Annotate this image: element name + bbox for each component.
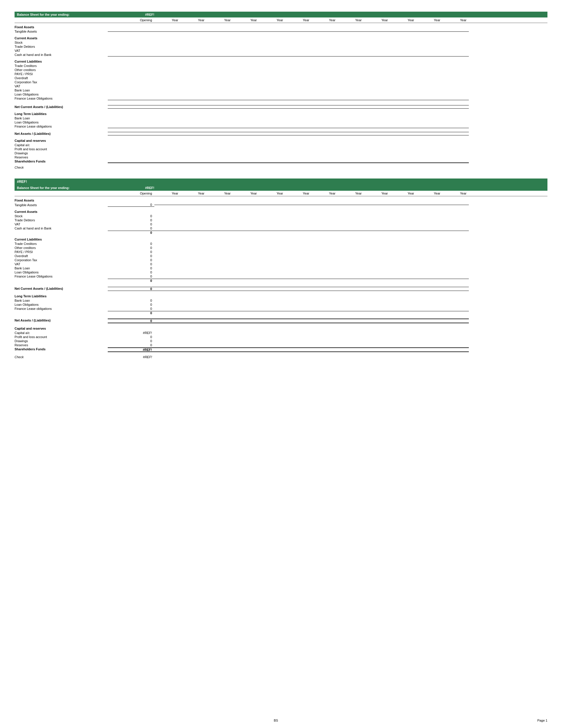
loan-obligations-row-cl: Loan Obligations (15, 92, 547, 96)
table2-header-label: Balance Sheet for the year ending: (17, 186, 110, 190)
col-header-year-6: Year (285, 18, 312, 22)
net-current-row: Net Current Assets / (Liabilities) (15, 105, 547, 109)
paye-row: PAYE / PRSI (15, 72, 547, 76)
drawings-row: Drawings (15, 151, 547, 155)
t2-drawings-row: Drawings 0 (15, 339, 547, 343)
col-header-year-8: Year (338, 18, 364, 22)
capital-ac-row: Capital a/c (15, 143, 547, 147)
t2-corp-tax-row: Corporation Tax 0 (15, 258, 547, 262)
fixed-assets-header: Fixed Assets (15, 25, 547, 29)
t2-other-creditors-row: Other creditors 0 (15, 246, 547, 250)
vat-row-cl: VAT (15, 84, 547, 88)
col-header-year-9: Year (364, 18, 390, 22)
t2-trade-creditors-row: Trade Creditors 0 (15, 242, 547, 246)
col-header-year-1: Year (154, 18, 181, 22)
check-label-1: Check (15, 165, 547, 170)
t2-pnl-row: Profit and loss account 0 (15, 335, 547, 339)
t2-reserves-row: Reserves 0 (15, 343, 547, 347)
table1-header-ref: #REF! (110, 13, 157, 16)
t2-paye-row: PAYE / PRSI 0 (15, 250, 547, 254)
col-header-year-3: Year (207, 18, 233, 22)
t2-current-liabilities-header: Current Liabilities (15, 237, 547, 242)
table2-green-header: Balance Sheet for the year ending: #REF! (15, 185, 547, 191)
t2-fixed-assets-header: Fixed Assets (15, 198, 547, 203)
t2-net-assets-row: Net Assets / (Liabilities) 0 (15, 318, 547, 324)
trade-creditors-row: Trade Creditors (15, 64, 547, 68)
col-header-opening: Opening (108, 18, 154, 22)
table1-container: Balance Sheet for the year ending: #REF!… (15, 12, 547, 170)
pnl-row: Profit and loss account (15, 147, 547, 151)
t2-cl-total-row: 0 (15, 278, 547, 283)
shareholders-funds-row: Shareholders Funds (15, 159, 547, 163)
col-header-year-4: Year (233, 18, 259, 22)
other-creditors-row: Other creditors (15, 68, 547, 72)
loan-obligations-row-lt: Loan Obligations (15, 120, 547, 124)
trade-debtors-row: Trade Debtors (15, 45, 547, 49)
t2-loan-obligations-lt-row: Loan Obligations 0 (15, 303, 547, 307)
finance-lease-row-lt: Finance Lease obligations (15, 124, 547, 128)
col-header-year-10: Year (390, 18, 416, 22)
col-header-year-11: Year (416, 18, 443, 22)
overdraft-row: Overdraft (15, 76, 547, 80)
net-assets-row: Net Assets / (Liabilities) (15, 131, 547, 136)
table2-error-bar: #REF! (15, 179, 547, 185)
t2-bank-loan-cl-row: Bank Loan 0 (15, 266, 547, 270)
finance-lease-row-cl: Finance Lease Obligations (15, 96, 547, 100)
t2-ca-total-row: 0 (15, 230, 547, 235)
t2-cash-row: Cash at hand and in Bank 0 (15, 226, 547, 230)
t2-current-assets-header: Current Assets (15, 209, 547, 214)
tangible-assets-row: Tangible Assets (15, 29, 547, 33)
capital-header: Capital and reserves (15, 138, 547, 143)
t2-vat-cl-row: VAT 0 (15, 262, 547, 266)
col-header-year-7: Year (312, 18, 338, 22)
t2-bank-loan-lt-row: Bank Loan 0 (15, 298, 547, 303)
t2-lt-total-row: 0 (15, 311, 547, 315)
footer-right: Page 1 (537, 719, 547, 722)
t2-trade-debtors-row: Trade Debtors 0 (15, 218, 547, 222)
t2-long-term-header: Long Term Liabilities (15, 294, 547, 298)
col-header-year-2: Year (181, 18, 207, 22)
t2-stock-row: Stock 0 (15, 214, 547, 218)
t2-check-row: Check #REF! (15, 355, 547, 359)
cash-row: Cash at hand and in Bank (15, 53, 547, 57)
footer-center: BS (274, 719, 278, 722)
reserves-row: Reserves (15, 155, 547, 159)
bank-loan-row-cl: Bank Loan (15, 88, 547, 92)
table2-header-ref: #REF! (110, 186, 157, 190)
page-footer: BS Page 1 (0, 719, 562, 722)
t2-finance-lease-cl-row: Finance Lease Obligations 0 (15, 274, 547, 278)
long-term-header: Long Term Liabilities (15, 112, 547, 116)
current-assets-header: Current Assets (15, 36, 547, 40)
stock-row: Stock (15, 40, 547, 45)
current-liabilities-header: Current Liabilities (15, 59, 547, 64)
t2-capital-ac-row: Capital a/c #REF! (15, 331, 547, 335)
table1-col-headers: Opening Year Year Year Year Year Year Ye… (15, 17, 547, 23)
table1-green-header: Balance Sheet for the year ending: #REF! (15, 12, 547, 17)
table2-col-headers: Opening Year Year Year Year Year Year Ye… (15, 191, 547, 196)
corp-tax-row: Corporation Tax (15, 80, 547, 84)
t2-loan-obligations-cl-row: Loan Obligations 0 (15, 270, 547, 274)
col-header-year-5: Year (259, 18, 285, 22)
vat-row-ca: VAT (15, 49, 547, 53)
col-header-year-12: Year (443, 18, 469, 22)
table2-container: #REF! Balance Sheet for the year ending:… (15, 179, 547, 359)
bank-loan-row-lt: Bank Loan (15, 116, 547, 120)
t2-shareholders-funds-row: Shareholders Funds #REF! (15, 347, 547, 352)
table1-header-label: Balance Sheet for the year ending: (17, 13, 110, 16)
t2-finance-lease-lt-row: Finance Lease obligations 0 (15, 307, 547, 311)
t2-capital-header: Capital and reserves (15, 326, 547, 331)
t2-tangible-assets-row: Tangible Assets 0 (15, 203, 547, 207)
t2-vat-row: VAT 0 (15, 222, 547, 226)
t2-overdraft-row: Overdraft 0 (15, 254, 547, 258)
t2-net-current-row: Net Current Assets / (Liabilities) 0 (15, 286, 547, 291)
